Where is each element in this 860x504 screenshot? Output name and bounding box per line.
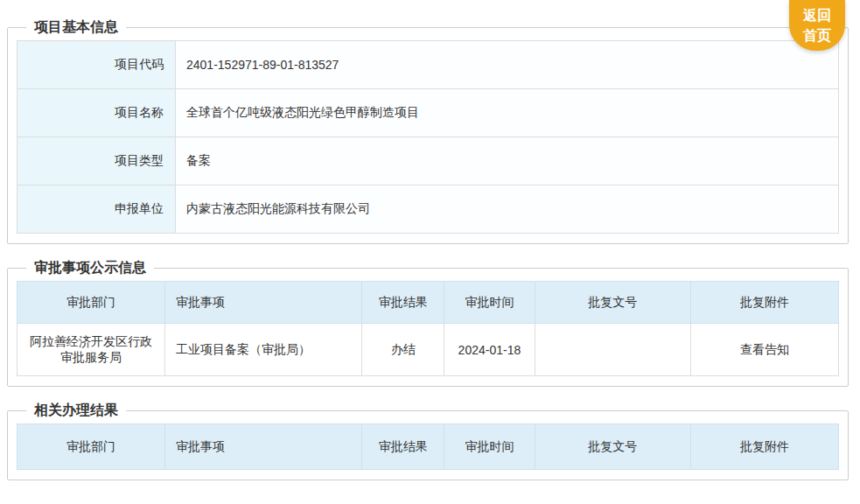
back-to-home-label-line2: 首页 (789, 25, 845, 46)
column-header-approval-dept: 审批部门 (17, 282, 165, 324)
column-header-approval-dept: 审批部门 (17, 424, 165, 470)
column-header-reply-attachment: 批复附件 (690, 282, 838, 324)
column-header-approval-item: 审批事项 (165, 282, 362, 324)
cell-approval-dept: 阿拉善经济开发区行政审批服务局 (17, 324, 165, 376)
table-header-row: 审批部门 审批事项 审批结果 审批时间 批复文号 批复附件 (17, 282, 839, 324)
field-label-project-name: 项目名称 (17, 89, 176, 137)
field-value-project-type: 备案 (176, 137, 839, 186)
cell-approval-time: 2024-01-18 (444, 324, 535, 376)
related-results-title: 相关办理结果 (26, 402, 126, 419)
column-header-reply-doc-no: 批复文号 (535, 282, 690, 324)
basic-info-title: 项目基本信息 (26, 18, 126, 36)
column-header-reply-attachment: 批复附件 (690, 424, 838, 470)
table-row: 阿拉善经济开发区行政审批服务局 工业项目备案（审批局） 办结 2024-01-1… (17, 324, 839, 376)
column-header-approval-item: 审批事项 (165, 424, 362, 470)
table-header-row: 审批部门 审批事项 审批结果 审批时间 批复文号 批复附件 (17, 424, 839, 470)
column-header-reply-doc-no: 批复文号 (535, 424, 690, 470)
view-notice-link[interactable]: 查看告知 (690, 324, 838, 376)
field-value-project-name: 全球首个亿吨级液态阳光绿色甲醇制造项目 (176, 89, 839, 137)
column-header-approval-result: 审批结果 (362, 282, 444, 324)
back-to-home-button[interactable]: 返回 首页 (789, 0, 845, 51)
field-label-project-type: 项目类型 (17, 137, 176, 186)
related-results-panel: 相关办理结果 审批部门 审批事项 审批结果 审批时间 批复文号 批复附件 (7, 402, 849, 480)
field-value-declaring-unit: 内蒙古液态阳光能源科技有限公司 (176, 186, 839, 234)
table-row: 项目类型 备案 (17, 137, 839, 186)
cell-approval-result: 办结 (362, 324, 444, 376)
approval-info-table: 审批部门 审批事项 审批结果 审批时间 批复文号 批复附件 阿拉善经济开发区行政… (17, 281, 839, 376)
approval-info-panel: 审批事项公示信息 审批部门 审批事项 审批结果 审批时间 批复文号 批复附件 阿… (7, 259, 849, 387)
basic-info-table: 项目代码 2401-152971-89-01-813527 项目名称 全球首个亿… (17, 40, 839, 234)
cell-reply-doc-no (535, 324, 690, 376)
column-header-approval-time: 审批时间 (444, 424, 535, 470)
table-row: 项目名称 全球首个亿吨级液态阳光绿色甲醇制造项目 (17, 89, 839, 137)
table-row: 项目代码 2401-152971-89-01-813527 (17, 41, 839, 89)
column-header-approval-time: 审批时间 (444, 282, 535, 324)
field-value-project-code: 2401-152971-89-01-813527 (176, 41, 839, 89)
basic-info-panel: 项目基本信息 项目代码 2401-152971-89-01-813527 项目名… (7, 18, 849, 244)
field-label-declaring-unit: 申报单位 (17, 186, 176, 234)
table-row: 申报单位 内蒙古液态阳光能源科技有限公司 (17, 186, 839, 234)
approval-info-title: 审批事项公示信息 (26, 259, 154, 276)
field-label-project-code: 项目代码 (17, 41, 176, 89)
cell-approval-item: 工业项目备案（审批局） (165, 324, 362, 376)
column-header-approval-result: 审批结果 (362, 424, 444, 470)
related-results-table: 审批部门 审批事项 审批结果 审批时间 批复文号 批复附件 (17, 424, 839, 470)
back-to-home-label-line1: 返回 (789, 5, 845, 25)
